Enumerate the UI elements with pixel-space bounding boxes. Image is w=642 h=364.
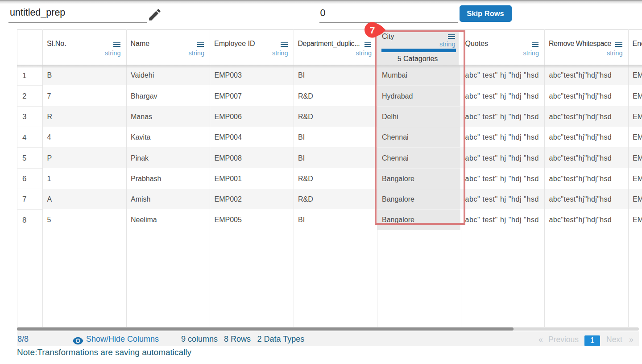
svg-text:7: 7 (370, 25, 375, 35)
